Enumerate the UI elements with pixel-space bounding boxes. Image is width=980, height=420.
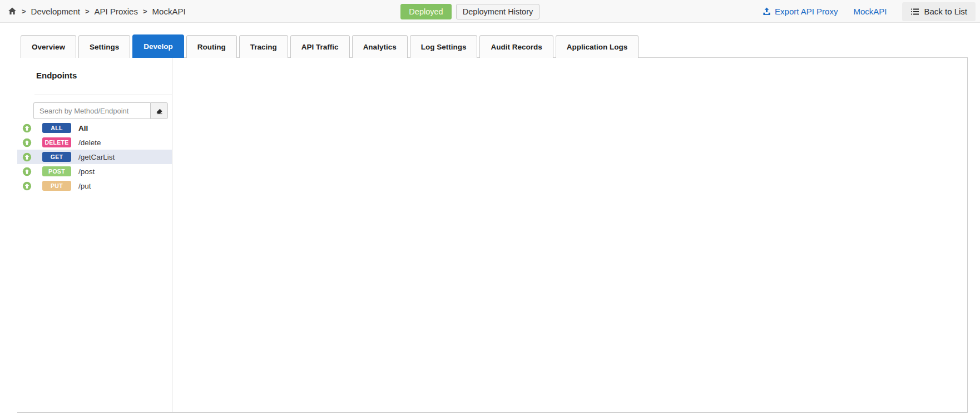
endpoint-row-put[interactable]: PUT /put <box>17 179 172 193</box>
breadcrumb-separator: > <box>143 7 147 16</box>
endpoint-search-input[interactable] <box>33 102 150 119</box>
tab-tracing[interactable]: Tracing <box>239 35 288 58</box>
tab-audit-records[interactable]: Audit Records <box>479 35 553 58</box>
endpoint-search <box>33 102 168 119</box>
endpoint-path: /post <box>78 167 95 176</box>
tab-overview[interactable]: Overview <box>21 35 76 58</box>
method-badge-get: GET <box>42 152 71 162</box>
endpoint-list: ALL All DELETE /delete GET /getCarList <box>17 121 172 193</box>
deploy-arrow-icon[interactable] <box>22 181 32 191</box>
list-icon <box>910 8 919 16</box>
breadcrumb-api-proxies[interactable]: API Proxies <box>95 7 138 16</box>
clear-search-button[interactable] <box>150 102 168 119</box>
breadcrumb-separator: > <box>22 7 26 16</box>
home-icon[interactable] <box>8 7 17 16</box>
breadcrumb: > Development > API Proxies > MockAPI <box>8 0 186 22</box>
method-badge-post: POST <box>42 166 71 176</box>
deploy-arrow-icon[interactable] <box>22 138 32 147</box>
export-api-proxy-link[interactable]: Export API Proxy <box>763 7 838 16</box>
tab-settings[interactable]: Settings <box>78 35 130 58</box>
deployment-history-button[interactable]: Deployment History <box>456 4 540 19</box>
endpoint-row-getcarlist[interactable]: GET /getCarList <box>17 150 172 164</box>
deployed-status-button[interactable]: Deployed <box>400 4 452 19</box>
tab-application-logs[interactable]: Application Logs <box>556 35 639 58</box>
method-badge-put: PUT <box>42 181 71 191</box>
proxy-name-link[interactable]: MockAPI <box>853 7 887 16</box>
endpoint-path: /delete <box>78 139 101 147</box>
breadcrumb-development[interactable]: Development <box>31 7 80 16</box>
tab-api-traffic[interactable]: API Traffic <box>290 35 350 58</box>
tab-develop[interactable]: Develop <box>132 34 184 58</box>
sidebar-divider <box>34 95 172 95</box>
breadcrumb-separator: > <box>85 7 90 16</box>
deploy-arrow-icon[interactable] <box>22 123 32 133</box>
tab-analytics[interactable]: Analytics <box>352 35 408 58</box>
endpoint-row-post[interactable]: POST /post <box>17 164 172 179</box>
upload-icon <box>763 7 771 16</box>
export-api-proxy-label: Export API Proxy <box>775 7 838 16</box>
eraser-icon <box>156 107 163 115</box>
endpoint-row-all[interactable]: ALL All <box>17 121 172 135</box>
tab-log-settings[interactable]: Log Settings <box>410 35 478 58</box>
deploy-arrow-icon[interactable] <box>22 167 32 176</box>
endpoint-path: All <box>78 124 88 132</box>
endpoint-path: /getCarList <box>78 153 115 161</box>
method-badge-delete: DELETE <box>42 137 71 147</box>
tab-routing[interactable]: Routing <box>186 35 237 58</box>
method-badge-all: ALL <box>42 123 71 133</box>
endpoints-sidebar: Endpoints ALL All DELETE <box>17 57 172 412</box>
endpoint-row-delete[interactable]: DELETE /delete <box>17 135 172 150</box>
api-proxy-develop-page: > Development > API Proxies > MockAPI De… <box>0 0 980 420</box>
back-to-list-button[interactable]: Back to List <box>902 2 976 21</box>
back-to-list-label: Back to List <box>924 7 967 16</box>
endpoint-path: /put <box>78 182 91 190</box>
deploy-arrow-icon[interactable] <box>22 152 32 162</box>
proxy-tab-bar: Overview Settings Develop Routing Tracin… <box>21 34 639 58</box>
topbar-right-actions: Export API Proxy MockAPI Back to List <box>763 0 976 23</box>
top-bar: > Development > API Proxies > MockAPI De… <box>0 0 980 23</box>
endpoints-title: Endpoints <box>36 71 77 80</box>
breadcrumb-mockapi: MockAPI <box>152 7 186 16</box>
